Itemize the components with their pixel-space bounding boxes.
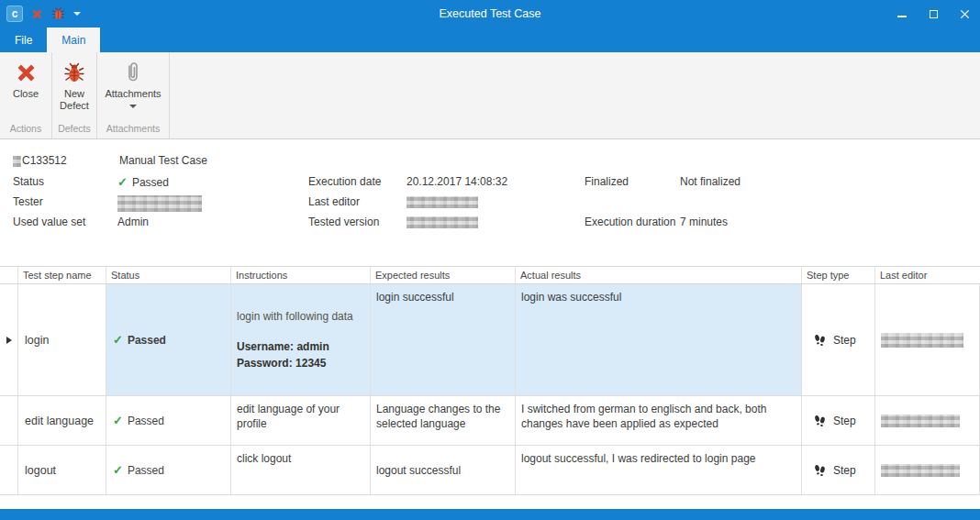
table-row-edit-language[interactable]: edit language ✓Passed edit language of y…: [0, 396, 980, 446]
testcase-type: Manual Test Case: [119, 154, 207, 167]
finalized-value: Not finalized: [680, 175, 741, 188]
credential-username-label: Username:: [237, 340, 294, 353]
cell-instructions[interactable]: edit language of your profile: [231, 396, 371, 445]
used-value-set-value: Admin: [117, 216, 149, 228]
finalized-label: Finalized: [585, 175, 629, 188]
grid-header-gutter: [0, 267, 18, 283]
grid-header-test-step-name[interactable]: Test step name: [18, 267, 106, 283]
last-editor-label: Last editor: [308, 195, 360, 208]
details-panel: C133512 Manual Test Case Status ✓Passed …: [0, 139, 980, 266]
tester-label: Tester: [13, 195, 43, 208]
redacted-value: [881, 333, 963, 348]
cell-expected-results[interactable]: Language changes to the selected languag…: [371, 396, 516, 445]
maximize-icon: [930, 10, 938, 18]
close-button[interactable]: Close: [7, 52, 44, 123]
qat-dropdown-icon[interactable]: [73, 12, 81, 16]
credential-password-label: Password:: [237, 357, 293, 370]
grid-header-actual-results[interactable]: Actual results: [516, 267, 802, 283]
cell-last-editor[interactable]: [875, 284, 980, 395]
ribbon-group-attachments: Attachments Attachments: [97, 52, 170, 138]
cell-actual-results[interactable]: login was successful: [516, 284, 802, 395]
check-icon: ✓: [117, 175, 128, 189]
cell-step-type[interactable]: Step: [802, 446, 875, 494]
tested-version-label: Tested version: [308, 216, 379, 228]
cell-expected-results[interactable]: logout successful: [371, 446, 516, 494]
step-name-text: logout: [25, 464, 56, 477]
expected-results-text: Language changes to the selected languag…: [376, 402, 509, 431]
step-type-text: Step: [833, 334, 856, 347]
credential-username: Username: admin: [237, 338, 364, 355]
cell-status[interactable]: ✓Passed: [106, 396, 231, 445]
instructions-text: click logout: [237, 451, 364, 466]
new-defect-button[interactable]: New Defect: [52, 52, 96, 123]
redacted-value: [117, 195, 202, 212]
cell-instructions[interactable]: login with following data Username: admi…: [231, 284, 371, 395]
grid-header-row: Test step name Status Instructions Expec…: [0, 266, 980, 284]
cell-test-step-name[interactable]: logout: [18, 446, 106, 494]
tab-main[interactable]: Main: [47, 28, 100, 52]
statusbar: [0, 509, 980, 520]
titlebar: c Executed Test Case: [0, 0, 980, 28]
app-logo-letter: c: [12, 7, 18, 20]
app-logo-icon[interactable]: c: [6, 6, 23, 22]
cell-actual-results[interactable]: I switched from german to englisch and b…: [516, 396, 802, 445]
attachments-button[interactable]: Attachments: [99, 52, 166, 123]
cell-instructions[interactable]: click logout: [231, 446, 371, 494]
step-name-text: login: [25, 334, 49, 347]
grid-header-instructions[interactable]: Instructions: [231, 267, 371, 283]
new-defect-button-label: New Defect: [58, 88, 91, 112]
instructions-text: login with following data: [237, 309, 364, 325]
status-text: Passed: [128, 464, 164, 477]
step-type-text: Step: [833, 464, 856, 477]
last-editor-value: [406, 195, 478, 208]
cell-step-type[interactable]: Step: [802, 396, 875, 445]
execution-date-value: 20.12.2017 14:08:32: [406, 175, 507, 188]
table-row-login[interactable]: login ✓Passed login with following data …: [0, 284, 980, 396]
grid-header-expected-results[interactable]: Expected results: [371, 267, 516, 283]
close-testcase-qat-icon[interactable]: [31, 8, 43, 20]
redacted-value: [881, 464, 960, 477]
expected-results-text: logout successful: [376, 463, 461, 478]
close-window-button[interactable]: [958, 7, 971, 20]
table-row-logout[interactable]: logout ✓Passed click logout logout succe…: [0, 446, 980, 495]
execution-duration-value: 7 minutes: [680, 216, 728, 228]
grid-header-status[interactable]: Status: [106, 267, 231, 283]
check-icon: ✓: [113, 463, 123, 477]
minimize-button[interactable]: [896, 7, 908, 20]
window-controls: [896, 0, 971, 28]
cell-expected-results[interactable]: login successful: [371, 284, 516, 395]
row-selector-cell: [0, 396, 18, 445]
cell-last-editor[interactable]: [875, 446, 980, 494]
cell-status[interactable]: ✓Passed: [106, 446, 231, 494]
footprints-icon: [813, 414, 827, 427]
redacted-value: [881, 415, 960, 427]
maximize-button[interactable]: [927, 7, 940, 20]
current-row-arrow-icon: [6, 337, 12, 344]
instructions-text: edit language of your profile: [237, 402, 364, 431]
ribbon-group-actions: Close Actions: [0, 52, 52, 138]
cell-last-editor[interactable]: [875, 396, 980, 445]
grid-header-last-editor[interactable]: Last editor: [875, 267, 980, 283]
tested-version-value: [406, 216, 478, 228]
grid-header-step-type[interactable]: Step type: [802, 267, 875, 283]
close-button-label: Close: [13, 88, 39, 100]
actual-results-text: login was successful: [521, 290, 796, 304]
chevron-down-icon: [73, 12, 81, 16]
step-name-text: edit language: [25, 415, 94, 427]
redacted-value: [13, 156, 21, 167]
tester-value: [117, 195, 202, 212]
row-selector-cell: [0, 446, 18, 494]
cell-status[interactable]: ✓Passed: [106, 284, 231, 395]
tab-file[interactable]: File: [0, 28, 47, 52]
cell-actual-results[interactable]: logout successful, I was redirected to l…: [516, 446, 802, 494]
cell-step-type[interactable]: Step: [802, 284, 875, 395]
check-icon: ✓: [113, 333, 123, 347]
bug-qat-icon[interactable]: [51, 6, 65, 21]
cell-test-step-name[interactable]: edit language: [18, 396, 106, 445]
used-value-set-label: Used value set: [13, 216, 85, 228]
credential-password: Password: 12345: [237, 355, 364, 371]
check-icon: ✓: [113, 414, 123, 427]
ribbon-group-label-actions: Actions: [0, 123, 51, 138]
cell-test-step-name[interactable]: login: [18, 284, 106, 395]
step-type-text: Step: [833, 415, 856, 427]
